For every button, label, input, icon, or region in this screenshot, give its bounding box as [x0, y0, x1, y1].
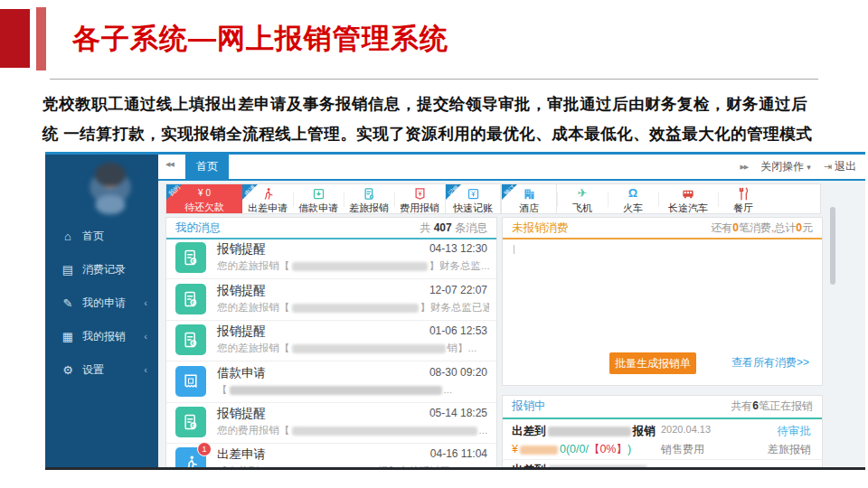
red-accent-bar: [36, 7, 46, 70]
hotel-icon: [502, 186, 556, 201]
logout-button[interactable]: ⇥ 退出: [824, 159, 856, 174]
loan-icon: [293, 186, 344, 201]
sidebar-item-consume-records[interactable]: ▤ 消费记录: [45, 258, 158, 281]
redacted-text: [260, 467, 376, 469]
redacted-amount: [520, 446, 558, 455]
unreimbursed-header: 未报销消费 还有0笔消费,总计0元: [503, 218, 822, 239]
business-trip-apply-button[interactable]: 申请 出差申请: [242, 184, 293, 213]
reimbursing-header: 报销中 共有6笔正在报销: [503, 396, 822, 416]
bus-icon: [658, 186, 718, 201]
collapse-tabs-button[interactable]: ◀◀: [165, 161, 174, 168]
train-icon: Ω: [608, 186, 658, 201]
title-divider: [50, 79, 818, 80]
sidebar: ⌂ 首页 ▤ 消费记录 ✎ 我的申请 ‹ ▦ 我的报销 ‹ ⚙ 设置 ‹: [45, 155, 158, 467]
message-row[interactable]: 报销提醒 12-07 22:07 您的差旅报销【】财务总监已通...: [166, 279, 496, 321]
loan-receipt-icon: [175, 366, 206, 397]
debt-label: 待还欠款: [166, 201, 242, 214]
travel-reimburse-button[interactable]: 差旅报销: [344, 184, 394, 213]
sidebar-item-settings[interactable]: ⚙ 设置 ‹: [45, 358, 158, 381]
body-line-2: 统 一结算打款，实现报销全流程线上管理。实现了资源利用的最优化、成本最低化、效益…: [42, 119, 847, 149]
walking-person-icon: 1: [175, 447, 206, 469]
gear-icon: ⚙: [61, 363, 74, 377]
redacted-text: [292, 427, 477, 436]
reimbursing-row-partial[interactable]: 出差到: [503, 459, 822, 469]
page-title: 各子系统—网上报销管理系统: [72, 20, 448, 58]
reimbursing-amount: ¥0(0/0/【0%】): [512, 442, 631, 457]
sidebar-item-label: 设置: [82, 362, 104, 378]
reimburse-doc-icon: [175, 407, 206, 437]
expense-icon: [394, 186, 445, 201]
reimbursing-date: 2020.04.13: [661, 424, 711, 435]
sidebar-item-my-reimbursements[interactable]: ▦ 我的报销 ‹: [45, 324, 158, 348]
unreimbursed-summary: 还有0笔消费,总计0元: [711, 221, 813, 236]
slide-body-text: 党校教职工通过线上填报出差申请及事务报销信息，提交给领导审批，审批通过后由财务复…: [42, 89, 847, 149]
messages-header: 我的消息 共 407 条消息: [166, 218, 496, 239]
message-row[interactable]: 报销提醒 05-14 18:25 您的费用报销【...: [166, 402, 496, 444]
travel-expense-icon: [344, 186, 394, 201]
message-row[interactable]: 1 出差申请 04-16 11:04 【出差到报】审核通过了: [166, 443, 496, 469]
report-icon: ▦: [61, 330, 74, 343]
unread-badge: 1: [197, 442, 212, 456]
vertical-scrollbar[interactable]: [830, 207, 835, 285]
home-icon: ⌂: [61, 230, 74, 243]
records-icon: ▤: [61, 263, 74, 277]
message-row[interactable]: 报销提醒 01-06 12:53 您的差旅报销【销】...: [166, 320, 496, 361]
plane-icon: ✈: [557, 186, 608, 201]
batch-generate-button[interactable]: 批量生成报销单: [609, 352, 696, 374]
unreimbursed-title: 未报销消费: [512, 221, 569, 236]
forward-tabs-button[interactable]: ▶▶: [740, 164, 748, 171]
topbar-actions: ▶▶ 关闭操作 ▾ ⇥ 退出: [740, 155, 856, 179]
reimbursing-row[interactable]: 出差到报销 2020.04.13 待审批 ¥0(0/0/【0%】) 销售费用 差…: [503, 418, 822, 459]
sidebar-item-label: 我的报销: [82, 329, 126, 344]
tab-bar: ◀◀ 首页 ▶▶ 关闭操作 ▾ ⇥ 退出: [158, 155, 865, 181]
restaurant-button[interactable]: 餐厅: [718, 184, 769, 213]
unreimbursed-expenses-panel: 未报销消费 还有0笔消费,总计0元 批量生成报销单 查看所有消费>>: [502, 217, 823, 386]
train-button[interactable]: Ω 火车: [608, 184, 658, 213]
pending-debt-button[interactable]: 我的 ¥ 0 待还欠款: [166, 184, 242, 213]
redacted-text: [292, 304, 419, 313]
expense-reimburse-button[interactable]: 费用报销: [394, 184, 445, 213]
reimbursement-type: 差旅报销: [768, 442, 811, 457]
chevron-left-icon: ‹: [144, 331, 147, 342]
loan-apply-button[interactable]: 借款申请: [293, 184, 344, 213]
messages-title: 我的消息: [175, 221, 221, 236]
quick-account-icon: [446, 186, 500, 201]
redacted-text: [548, 465, 647, 469]
view-all-expenses-link[interactable]: 查看所有消费>>: [731, 355, 809, 371]
message-row[interactable]: 借款申请 08-30 09:20 【...: [166, 361, 496, 403]
sidebar-item-label: 消费记录: [82, 262, 126, 277]
reimbursing-panel: 报销中 共有6笔正在报销 出差到报销 2020.04.13 待审批 ¥0(0/0…: [502, 395, 823, 469]
walking-person-icon: [242, 186, 293, 201]
fork-knife-icon: [718, 186, 769, 201]
chevron-left-icon: ‹: [144, 364, 147, 375]
expense-category: 销售费用: [661, 442, 704, 457]
caret-down-icon: ▾: [807, 163, 811, 172]
sidebar-item-home[interactable]: ⌂ 首页: [45, 224, 158, 248]
redacted-text: [548, 427, 631, 436]
debt-amount: ¥ 0: [166, 188, 242, 198]
close-operations-dropdown[interactable]: 关闭操作 ▾: [760, 159, 811, 174]
red-accent-square: [0, 9, 30, 68]
reimburse-doc-icon: [175, 284, 206, 314]
reimburse-doc-icon: [175, 242, 206, 273]
coach-bus-button[interactable]: 长途汽车: [658, 184, 718, 213]
chevron-left-icon: ‹: [144, 297, 147, 308]
hotel-button[interactable]: 预订 酒店: [501, 184, 557, 213]
messages-count: 共 407 条消息: [420, 221, 487, 236]
reimburse-doc-icon: [175, 324, 206, 355]
redacted-text: [292, 262, 428, 271]
avatar[interactable]: [80, 157, 141, 215]
flight-button[interactable]: ✈ 飞机: [557, 184, 608, 213]
reimbursing-title: 报销中: [512, 399, 546, 414]
quick-actions-toolbar: 我的 ¥ 0 待还欠款 申请 出差申请 借款申请 差旅报销: [165, 183, 821, 214]
status-pending-approval: 待审批: [778, 424, 812, 439]
my-messages-panel: 我的消息 共 407 条消息 报销提醒 04-13 12:30 您的差旅报销【】…: [165, 217, 497, 469]
tab-home[interactable]: 首页: [185, 155, 229, 179]
quick-bookkeeping-button[interactable]: 记账 快速记账: [445, 184, 501, 213]
cursor-artifact: [514, 245, 514, 254]
body-line-1: 党校教职工通过线上填报出差申请及事务报销信息，提交给领导审批，审批通过后由财务复…: [42, 89, 847, 119]
sidebar-item-my-applications[interactable]: ✎ 我的申请 ‹: [45, 291, 158, 314]
message-row[interactable]: 报销提醒 04-13 12:30 您的差旅报销【】财务总监...: [166, 238, 496, 279]
reimbursement-app-screenshot: ⌂ 首页 ▤ 消费记录 ✎ 我的申请 ‹ ▦ 我的报销 ‹ ⚙ 设置 ‹ ◀◀ …: [45, 152, 865, 470]
redacted-text: [292, 344, 446, 353]
